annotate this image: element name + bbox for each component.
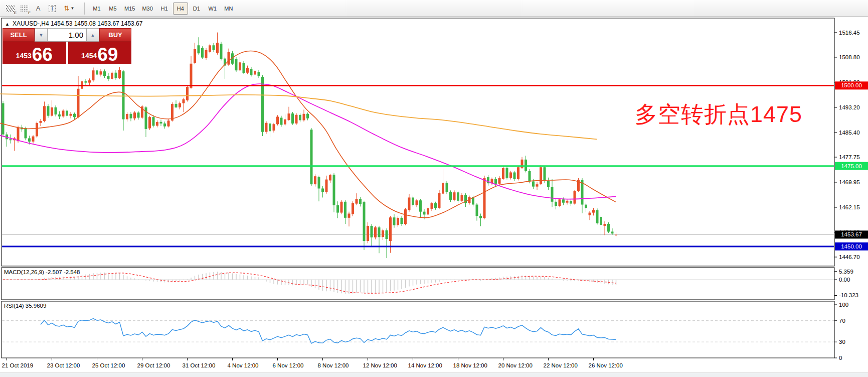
candle-down bbox=[423, 212, 426, 215]
candle-up bbox=[179, 103, 181, 107]
candle-up bbox=[498, 178, 501, 184]
timeframe-m1[interactable]: M1 bbox=[89, 3, 104, 15]
candle-down bbox=[163, 123, 166, 127]
candle-down bbox=[359, 199, 362, 204]
collapse-arrow-icon[interactable]: ▲ bbox=[5, 22, 10, 27]
candle-down bbox=[306, 114, 309, 118]
price-tick-label: 1516.45 bbox=[839, 30, 860, 36]
candle-down bbox=[201, 48, 204, 57]
candle-down bbox=[152, 117, 155, 125]
candle-up bbox=[615, 234, 617, 235]
text-a-icon[interactable]: A bbox=[31, 2, 45, 15]
candle-down bbox=[378, 227, 381, 237]
candle-up bbox=[427, 208, 429, 215]
candle-down bbox=[28, 139, 31, 142]
candle-down bbox=[250, 69, 253, 75]
candle-up bbox=[32, 137, 35, 142]
time-tick-label: 12 Nov 12:00 bbox=[363, 362, 397, 368]
grid-glyph bbox=[20, 5, 28, 12]
candle-down bbox=[611, 231, 614, 233]
candle-up bbox=[536, 184, 539, 186]
candle-up bbox=[303, 114, 305, 120]
candle-up bbox=[62, 110, 65, 116]
sell-button[interactable]: SELL bbox=[3, 28, 35, 42]
candle-down bbox=[457, 192, 459, 201]
candle-down bbox=[96, 70, 98, 74]
candle-up bbox=[70, 114, 72, 116]
timeframe-h1[interactable]: H1 bbox=[157, 3, 172, 15]
grid-icon[interactable]: F bbox=[17, 2, 31, 15]
rsi-scale-label: 70 bbox=[839, 318, 845, 324]
candle-down bbox=[570, 201, 572, 204]
cursor-arrows-icon[interactable]: ⇅ ▼ bbox=[59, 2, 79, 15]
dropdown-arrow-icon[interactable]: ▼ bbox=[70, 6, 74, 11]
terminal-window: 1516.451508.801501.001493.201485.401477.… bbox=[0, 0, 868, 377]
candle-down bbox=[269, 123, 271, 131]
ask-price-box[interactable]: 1454 69 bbox=[68, 42, 132, 64]
candle-down bbox=[479, 216, 482, 218]
hatch-chart-icon[interactable]: E bbox=[3, 2, 17, 15]
rsi-scale-label: 0 bbox=[839, 355, 842, 361]
candle-up bbox=[265, 123, 268, 132]
price-badge-label: 1450.00 bbox=[841, 243, 862, 249]
candle-up bbox=[397, 218, 399, 225]
time-tick-label: 23 Oct 12:00 bbox=[47, 362, 80, 368]
candle-down bbox=[529, 171, 531, 182]
candle-up bbox=[126, 114, 128, 119]
macd-scale-label: 5.359 bbox=[839, 269, 853, 275]
text-box-icon[interactable]: T bbox=[45, 2, 59, 15]
price-tick-label: 1485.40 bbox=[839, 130, 860, 136]
candle-down bbox=[73, 114, 76, 117]
text-a-glyph: A bbox=[36, 5, 41, 12]
candle-up bbox=[509, 172, 512, 178]
candle-down bbox=[547, 181, 550, 187]
candle-down bbox=[494, 179, 497, 184]
toolbar-separator bbox=[84, 3, 85, 15]
volume-down-button[interactable]: ▼ bbox=[35, 28, 48, 42]
candle-down bbox=[419, 200, 422, 211]
candle-down bbox=[280, 117, 283, 124]
candle-up bbox=[374, 227, 377, 237]
candle-down bbox=[562, 199, 565, 202]
candle-up bbox=[404, 209, 407, 224]
timeframe-w1[interactable]: W1 bbox=[205, 3, 220, 15]
price-badge-label: 1475.00 bbox=[841, 163, 862, 169]
candle-up bbox=[461, 195, 463, 201]
candle-down bbox=[2, 103, 5, 135]
timeframe-m15[interactable]: M15 bbox=[121, 3, 138, 15]
candle-down bbox=[198, 45, 200, 53]
candle-up bbox=[88, 80, 91, 82]
candle-up bbox=[453, 192, 456, 200]
timeframe-d1[interactable]: D1 bbox=[189, 3, 204, 15]
candle-up bbox=[167, 120, 170, 127]
candle-up bbox=[540, 167, 542, 184]
candle-down bbox=[137, 112, 140, 117]
candle-down bbox=[434, 203, 437, 208]
timeframe-h4[interactable]: H4 bbox=[173, 3, 188, 15]
ask-price-small: 1454 bbox=[81, 52, 97, 60]
timeframe-mn[interactable]: MN bbox=[221, 3, 236, 15]
candle-up bbox=[604, 224, 606, 226]
timeframe-m30[interactable]: M30 bbox=[139, 3, 155, 15]
candle-up bbox=[559, 199, 561, 206]
bid-price-small: 1453 bbox=[16, 52, 32, 60]
candle-up bbox=[246, 68, 249, 73]
candle-up bbox=[205, 50, 208, 58]
candle-up bbox=[288, 113, 290, 120]
candle-up bbox=[77, 89, 80, 117]
bid-price-box[interactable]: 1453 66 bbox=[3, 42, 66, 64]
buy-button[interactable]: BUY bbox=[99, 28, 131, 42]
timeframe-m5[interactable]: M5 bbox=[105, 3, 120, 15]
candle-down bbox=[47, 106, 50, 115]
candle-up bbox=[314, 176, 316, 184]
candle-down bbox=[107, 76, 110, 79]
candle-up bbox=[100, 71, 102, 74]
candle-down bbox=[607, 224, 610, 231]
candle-up bbox=[382, 230, 384, 237]
text-box-glyph: T bbox=[49, 5, 56, 12]
volume-up-button[interactable]: ▲ bbox=[86, 28, 99, 42]
candle-down bbox=[532, 181, 535, 186]
volume-input[interactable] bbox=[48, 28, 86, 42]
candle-up bbox=[431, 203, 433, 209]
candle-up bbox=[284, 119, 286, 124]
